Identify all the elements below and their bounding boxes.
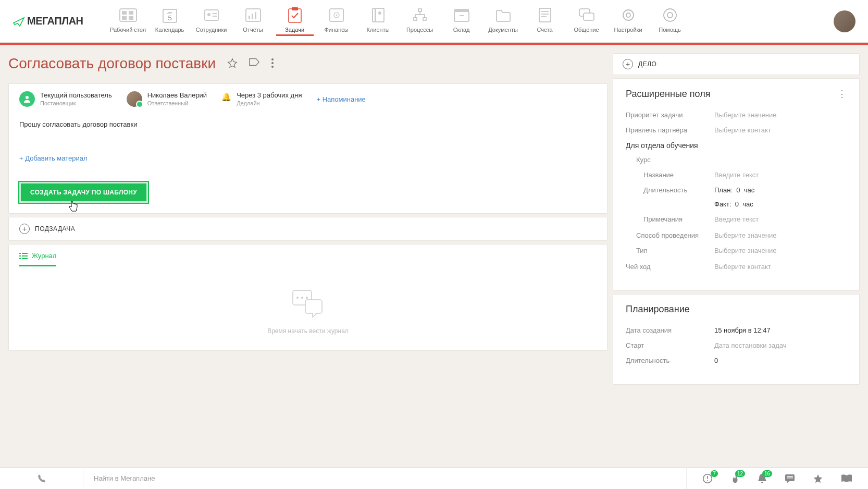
invoices-icon	[539, 8, 551, 22]
responsible-name: Николаев Валерий	[147, 91, 207, 99]
svg-rect-19	[373, 8, 384, 22]
nav-desktop[interactable]: Рабочий стол	[109, 7, 147, 36]
svg-point-51	[306, 297, 308, 299]
employees-icon	[203, 8, 220, 22]
gear-icon	[621, 8, 636, 22]
svg-point-35	[626, 13, 630, 17]
clients-icon	[372, 8, 385, 22]
created-label: Дата создания	[626, 326, 714, 334]
plan-duration-label: Длительность	[626, 357, 714, 364]
journal-tab[interactable]: Журнал	[19, 252, 56, 266]
svg-rect-13	[255, 12, 256, 19]
created-value: 15 ноября в 12:47	[714, 326, 771, 334]
ext-title: Расширенные поля	[626, 89, 710, 100]
responsible-avatar-icon	[127, 91, 142, 107]
svg-point-50	[301, 297, 303, 299]
svg-point-41	[26, 96, 29, 99]
svg-rect-2	[129, 11, 133, 15]
method-value[interactable]: Выберите значение	[714, 231, 776, 239]
nav-calendar[interactable]: дек5 Календарь	[151, 7, 189, 36]
svg-point-18	[336, 14, 337, 16]
bell-icon: 🔔	[221, 92, 231, 102]
svg-rect-1	[122, 11, 127, 15]
star-icon[interactable]	[227, 58, 238, 70]
svg-point-37	[667, 13, 673, 18]
notes-value[interactable]: Введите текст	[714, 215, 759, 223]
journal-empty-state: Время начать вести журнал	[19, 287, 597, 335]
cursor-pointer-icon	[68, 200, 79, 212]
course-name-label: Название	[626, 171, 714, 179]
svg-rect-52	[305, 300, 322, 313]
documents-icon	[495, 8, 511, 22]
nav-documents[interactable]: Документы	[485, 7, 522, 36]
subtask-card[interactable]: + ПОДЗАДАЧА	[8, 217, 607, 241]
responsible-block[interactable]: Николаев Валерий Ответственный	[127, 91, 207, 107]
deadline-role: Дедлайн	[237, 100, 302, 106]
topbar: мегаплан Рабочий стол дек5 Календарь Сот…	[0, 0, 868, 43]
nav-settings[interactable]: Настройки	[610, 7, 647, 36]
nav-help[interactable]: Помощь	[651, 7, 689, 36]
notes-label: Примечания	[626, 215, 714, 223]
logo-text: мегаплан	[27, 15, 83, 27]
type-value[interactable]: Выберите значение	[714, 247, 776, 254]
plan-line[interactable]: План: 0 час	[714, 186, 754, 194]
svg-rect-14	[289, 9, 301, 22]
svg-rect-27	[460, 15, 464, 16]
nav-processes[interactable]: Процессы	[401, 7, 439, 36]
nav-clients[interactable]: Клиенты	[359, 7, 397, 36]
delo-label: ДЕЛО	[638, 60, 656, 68]
fact-line[interactable]: Факт: 0 час	[714, 200, 754, 208]
course-label: Курс	[626, 156, 714, 164]
start-value[interactable]: Дата постановки задач	[714, 341, 787, 349]
reports-icon	[245, 8, 261, 22]
plan-duration-value[interactable]: 0	[714, 357, 718, 364]
deadline-value: Через 3 рабочих дня	[237, 91, 302, 99]
turn-label: Чей ход	[626, 263, 714, 271]
owner-avatar-icon	[19, 91, 35, 107]
svg-rect-46	[19, 258, 21, 259]
svg-point-36	[664, 9, 676, 21]
nav-reports[interactable]: Отчёты	[234, 7, 272, 36]
nav-finance[interactable]: Финансы	[318, 7, 355, 36]
svg-point-39	[271, 62, 274, 64]
deadline-block[interactable]: 🔔 Через 3 рабочих дня Дедлайн	[221, 91, 302, 106]
type-label: Тип	[626, 247, 714, 254]
desktop-icon	[119, 8, 137, 22]
svg-point-34	[623, 10, 634, 20]
add-material-link[interactable]: + Добавить материал	[19, 154, 597, 162]
course-duration-label: Длительность	[626, 186, 714, 194]
nav-employees[interactable]: Сотрудники	[193, 7, 230, 36]
nav-tasks[interactable]: Задачи	[276, 7, 314, 36]
turn-value[interactable]: Выберите контакт	[714, 263, 771, 271]
priority-value[interactable]: Выберите значение	[714, 111, 776, 119]
plus-circle-icon: +	[623, 59, 633, 69]
logo-icon	[13, 16, 25, 27]
nav-chat[interactable]: Общение	[568, 7, 605, 36]
title-row: Согласовать договор поставки	[8, 53, 607, 80]
delo-card[interactable]: + ДЕЛО	[613, 53, 860, 75]
svg-rect-31	[541, 16, 547, 17]
svg-rect-30	[541, 14, 549, 15]
partner-value[interactable]: Выберите контакт	[714, 126, 771, 134]
more-vertical-icon[interactable]	[271, 58, 274, 70]
svg-rect-26	[454, 9, 469, 12]
create-from-template-button[interactable]: СОЗДАТЬ ЗАДАЧУ ПО ШАБЛОНУ	[19, 182, 148, 203]
add-reminder-link[interactable]: + Напоминание	[316, 95, 365, 103]
more-vertical-icon[interactable]: ⋮	[837, 88, 847, 100]
list-icon	[19, 252, 28, 260]
processes-icon	[412, 8, 428, 22]
user-avatar[interactable]	[834, 10, 855, 32]
extended-fields-card: Расширенные поля ⋮ Приоритет задачи Выбе…	[613, 78, 860, 291]
method-label: Способ проведения	[626, 231, 714, 239]
svg-rect-3	[122, 16, 127, 20]
journal-tab-label: Журнал	[32, 252, 56, 260]
owner-role: Постановщик	[40, 100, 112, 106]
nav-invoices[interactable]: Счета	[526, 7, 564, 36]
course-name-value[interactable]: Введите текст	[714, 171, 759, 179]
tag-icon[interactable]	[249, 58, 259, 70]
svg-point-21	[378, 11, 381, 15]
owner-block[interactable]: Текущий пользователь Постановщик	[19, 91, 112, 107]
logo[interactable]: мегаплан	[13, 15, 83, 27]
svg-rect-24	[423, 18, 426, 20]
nav-warehouse[interactable]: Склад	[443, 7, 480, 36]
